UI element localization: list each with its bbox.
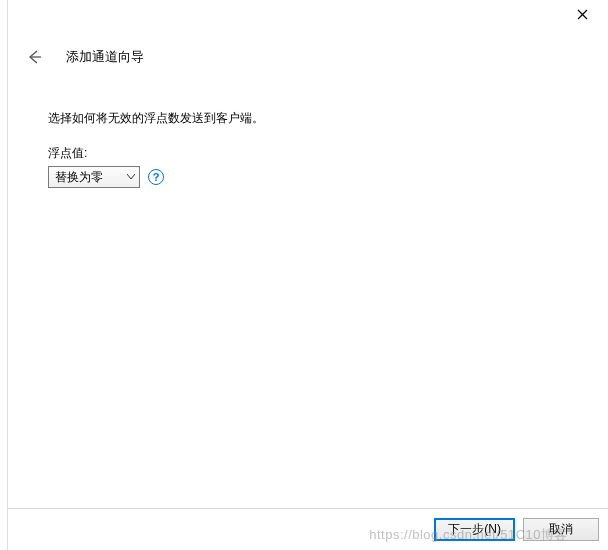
close-button[interactable] — [574, 8, 590, 24]
chevron-down-icon — [123, 167, 139, 187]
wizard-title: 添加通道向导 — [66, 48, 144, 66]
float-value-select[interactable]: 替换为零 — [48, 166, 140, 188]
arrow-left-icon — [26, 49, 42, 68]
wizard-dialog: 添加通道向导 选择如何将无效的浮点数发送到客户端。 浮点值: 替换为零 ? 下一… — [7, 0, 608, 550]
field-row: 替换为零 ? — [48, 166, 568, 188]
back-button[interactable] — [24, 48, 44, 68]
float-value-label: 浮点值: — [48, 145, 568, 162]
next-button[interactable]: 下一步(N) — [434, 518, 515, 541]
footer-bar: 下一步(N) 取消 — [8, 508, 608, 550]
cancel-button[interactable]: 取消 — [523, 518, 599, 541]
help-icon[interactable]: ? — [148, 169, 164, 185]
select-value: 替换为零 — [55, 169, 123, 186]
description-text: 选择如何将无效的浮点数发送到客户端。 — [48, 110, 568, 127]
close-icon — [577, 9, 588, 23]
content-area: 选择如何将无效的浮点数发送到客户端。 浮点值: 替换为零 ? — [48, 110, 568, 188]
